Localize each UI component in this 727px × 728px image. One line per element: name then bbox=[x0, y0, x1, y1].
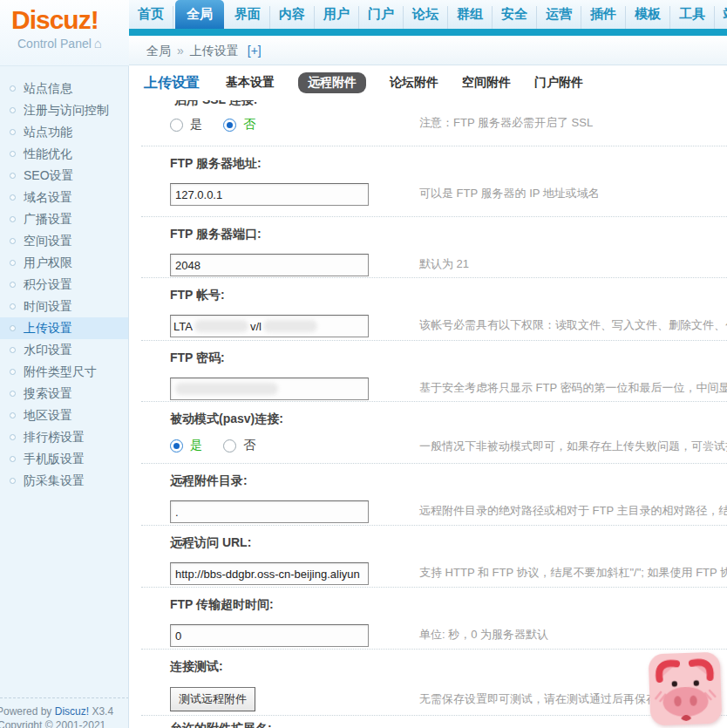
field-label: FTP 密码: bbox=[170, 350, 727, 366]
settings-tabs: 基本设置远程附件论坛附件空间附件门户附件 bbox=[226, 72, 607, 93]
sidebar-item-17[interactable]: 手机版设置 bbox=[0, 448, 128, 470]
topnav-item-6[interactable]: 论坛 bbox=[404, 6, 448, 29]
sidebar-item-11[interactable]: 上传设置 bbox=[0, 317, 128, 339]
redacted-text-input[interactable] bbox=[170, 378, 369, 400]
sidebar: 站点信息注册与访问控制站点功能性能优化SEO设置域名设置广播设置空间设置用户权限… bbox=[0, 66, 129, 728]
footer: Powered by Discuz! X3.4 Copyright © 2001… bbox=[0, 697, 129, 728]
topnav-item-7[interactable]: 群组 bbox=[448, 6, 493, 29]
sidebar-item-3[interactable]: 性能优化 bbox=[0, 143, 128, 165]
topnav-item-0[interactable]: 首页 bbox=[129, 6, 173, 29]
text-input[interactable] bbox=[170, 500, 369, 523]
field-hint: 注意：FTP 服务器必需开启了 SSL bbox=[419, 115, 593, 131]
brand-block: Discuz! Control Panel⌂ bbox=[0, 0, 129, 66]
form-row-9: 连接测试:测试远程附件无需保存设置即可测试，请在测试通过后再保存设置 bbox=[141, 650, 727, 716]
topnav-item-8[interactable]: 安全 bbox=[493, 6, 537, 29]
test-remote-attachment-button[interactable]: 测试远程附件 bbox=[170, 687, 255, 711]
radio-unchecked-icon[interactable] bbox=[170, 119, 183, 132]
copyright-line: Copyright © 2001-2021 bbox=[0, 718, 127, 728]
sidebar-item-7[interactable]: 空间设置 bbox=[0, 230, 128, 252]
radio-option-0[interactable]: 是 bbox=[170, 438, 202, 453]
clipped-label: 启用 SSL 连接: bbox=[174, 100, 727, 106]
redacted-text-input[interactable]: LTAv/l bbox=[170, 315, 369, 337]
powered-by-text: Powered by bbox=[0, 705, 51, 718]
sidebar-item-label: 水印设置 bbox=[24, 343, 72, 357]
settings-tab-4[interactable]: 门户附件 bbox=[534, 75, 583, 91]
sidebar-item-10[interactable]: 时间设置 bbox=[0, 296, 128, 317]
field-label: FTP 帐号: bbox=[170, 288, 727, 303]
discuz-footer-link[interactable]: Discuz! bbox=[55, 705, 89, 718]
home-icon: ⌂ bbox=[94, 36, 102, 51]
sidebar-item-5[interactable]: 域名设置 bbox=[0, 187, 128, 208]
sidebar-item-2[interactable]: 站点功能 bbox=[0, 121, 128, 143]
text-input[interactable] bbox=[170, 624, 369, 647]
form-row-8: FTP 传输超时时间:单位: 秒，0 为服务器默认 bbox=[141, 588, 727, 650]
topnav-item-2[interactable]: 界面 bbox=[226, 6, 270, 29]
field-hint: 该帐号必需具有以下权限：读取文件、写入文件、删除文件、创建目录 bbox=[419, 317, 727, 333]
sidebar-item-label: 站点功能 bbox=[24, 125, 72, 139]
sidebar-item-12[interactable]: 水印设置 bbox=[0, 339, 128, 361]
sidebar-item-18[interactable]: 防采集设置 bbox=[0, 470, 128, 492]
topnav-item-1[interactable]: 全局 bbox=[175, 0, 224, 29]
bullet-icon bbox=[10, 434, 16, 440]
radio-checked-icon[interactable] bbox=[223, 119, 236, 132]
text-input[interactable] bbox=[170, 183, 369, 206]
settings-tab-3[interactable]: 空间附件 bbox=[462, 75, 511, 91]
pig-mascot-image bbox=[648, 651, 724, 727]
topnav-item-3[interactable]: 内容 bbox=[270, 6, 315, 29]
sidebar-item-label: 上传设置 bbox=[24, 321, 72, 335]
bullet-icon bbox=[10, 303, 16, 310]
topnav-item-10[interactable]: 插件 bbox=[581, 6, 626, 29]
powered-by-line: Powered by Discuz! X3.4 bbox=[0, 704, 127, 718]
field-label: 连接测试: bbox=[170, 659, 727, 675]
settings-tab-1[interactable]: 远程附件 bbox=[298, 72, 366, 93]
sidebar-item-label: 防采集设置 bbox=[24, 473, 85, 487]
sidebar-item-label: 地区设置 bbox=[24, 408, 72, 422]
sidebar-item-label: 空间设置 bbox=[24, 234, 72, 248]
field-hint: 默认为 21 bbox=[419, 256, 469, 272]
bullet-icon bbox=[10, 238, 16, 244]
sidebar-item-13[interactable]: 附件类型尺寸 bbox=[0, 361, 128, 383]
sidebar-item-8[interactable]: 用户权限 bbox=[0, 252, 128, 274]
text-input[interactable] bbox=[170, 254, 369, 276]
redaction-blur bbox=[194, 320, 248, 332]
topnav-item-12[interactable]: 工具 bbox=[670, 6, 715, 29]
sidebar-item-14[interactable]: 搜索设置 bbox=[0, 383, 128, 405]
bullet-icon bbox=[10, 347, 16, 353]
breadcrumb-expand-button[interactable]: [+] bbox=[248, 44, 262, 58]
radio-option-label: 是 bbox=[190, 438, 202, 453]
topnav-item-13[interactable]: 站长 bbox=[715, 6, 727, 29]
settings-tab-0[interactable]: 基本设置 bbox=[226, 75, 275, 91]
sidebar-item-label: 时间设置 bbox=[24, 299, 72, 313]
topnav-item-11[interactable]: 模板 bbox=[626, 6, 670, 29]
text-input[interactable] bbox=[170, 562, 369, 585]
sidebar-item-1[interactable]: 注册与访问控制 bbox=[0, 99, 128, 121]
page-title: 上传设置 bbox=[144, 74, 200, 92]
topnav-item-4[interactable]: 用户 bbox=[315, 6, 359, 29]
sidebar-item-label: 站点信息 bbox=[24, 81, 72, 95]
topnav-item-9[interactable]: 运营 bbox=[537, 6, 581, 29]
sidebar-item-0[interactable]: 站点信息 bbox=[0, 78, 128, 99]
nav-accent-bar bbox=[129, 29, 727, 36]
version-text: X3.4 bbox=[92, 705, 113, 718]
sidebar-item-label: 性能优化 bbox=[24, 146, 72, 160]
sidebar-item-4[interactable]: SEO设置 bbox=[0, 165, 128, 187]
radio-option-1[interactable]: 否 bbox=[223, 438, 255, 453]
field-label: FTP 服务器端口: bbox=[170, 227, 727, 242]
radio-unchecked-icon[interactable] bbox=[223, 439, 236, 452]
breadcrumb: 全局»上传设置[+] bbox=[129, 36, 727, 65]
radio-option-1[interactable]: 否 bbox=[223, 117, 255, 133]
breadcrumb-section[interactable]: 全局 bbox=[146, 44, 171, 58]
topnav-item-5[interactable]: 门户 bbox=[359, 6, 404, 29]
sidebar-item-15[interactable]: 地区设置 bbox=[0, 405, 128, 426]
settings-tab-2[interactable]: 论坛附件 bbox=[390, 75, 438, 91]
sidebar-item-label: 附件类型尺寸 bbox=[24, 364, 97, 378]
discuz-logo[interactable]: Discuz! bbox=[0, 0, 129, 35]
redaction-blur bbox=[175, 383, 278, 395]
radio-option-0[interactable]: 是 bbox=[170, 117, 202, 133]
bullet-icon bbox=[10, 173, 16, 179]
sidebar-item-16[interactable]: 排行榜设置 bbox=[0, 426, 128, 448]
sidebar-item-9[interactable]: 积分设置 bbox=[0, 274, 128, 296]
bullet-icon bbox=[10, 107, 16, 113]
radio-checked-icon[interactable] bbox=[170, 439, 183, 452]
sidebar-item-6[interactable]: 广播设置 bbox=[0, 208, 128, 230]
